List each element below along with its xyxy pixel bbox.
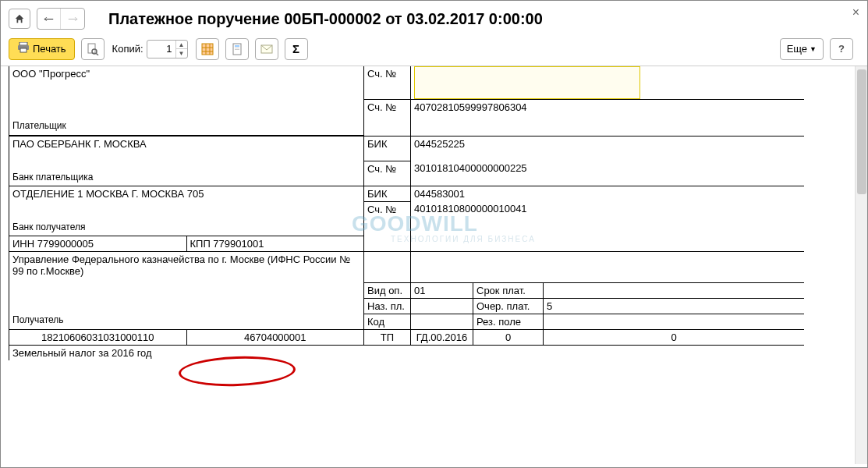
svg-rect-2: [20, 48, 27, 52]
preview-button[interactable]: [81, 38, 105, 60]
bik-label-2: БИК: [364, 186, 411, 201]
payer-bank: ПАО СБЕРБАНК Г. МОСКВА: [12, 138, 360, 150]
bik-label: БИК: [364, 136, 411, 161]
svg-rect-13: [235, 48, 239, 48]
print-label: Печать: [33, 43, 66, 55]
chevron-down-icon: ▼: [810, 45, 817, 53]
payer-bank-label: Банк плательщика: [12, 172, 93, 183]
page-title: Платежное поручение 00БП-000002 от 03.02…: [108, 10, 543, 28]
acc-label-2: Сч. №: [364, 99, 411, 136]
recipient-bank-acc: 40101810800000010041: [411, 201, 805, 251]
vid-op-label: Вид оп.: [364, 282, 411, 298]
close-icon[interactable]: ×: [852, 5, 859, 20]
grid-toggle-button[interactable]: [196, 38, 219, 60]
recipient-bank-label: Банк получателя: [12, 222, 85, 232]
svg-rect-14: [235, 49, 239, 50]
zero2: 0: [544, 329, 805, 345]
copies-stepper[interactable]: ▲ ▼: [147, 40, 188, 58]
recipient-text: Управление Федерального казначейства по …: [12, 254, 356, 277]
acc-label-3: Сч. №: [364, 161, 411, 186]
sigma-icon: Σ: [292, 42, 299, 55]
naz-label: Наз. пл.: [364, 298, 411, 314]
spin-up-icon[interactable]: ▲: [176, 41, 187, 49]
payer-org: ООО "Прогресс": [12, 68, 360, 80]
forward-button[interactable]: 🡒: [61, 9, 84, 29]
tp: ТП: [364, 329, 411, 345]
srok-label: Срок плат.: [473, 282, 544, 298]
copies-label: Копий:: [112, 43, 143, 55]
highlight-region: [414, 66, 640, 99]
acc-label-4: Сч. №: [364, 201, 411, 251]
inn: ИНН 7799000005: [9, 236, 187, 251]
recipient-bik: 044583001: [411, 186, 805, 201]
zero1: 0: [473, 329, 544, 345]
kbk: 18210606031031000110: [9, 329, 187, 345]
payment-document: ООО "Прогресс" Плательщик Сч. № Сч. № 40…: [9, 66, 804, 360]
period: ГД.00.2016: [411, 329, 473, 345]
ocher-label: Очер. плат.: [473, 298, 544, 314]
back-button[interactable]: 🡐: [37, 9, 61, 29]
ocher: 5: [544, 298, 805, 314]
more-label: Еще: [787, 43, 807, 55]
svg-line-5: [96, 53, 98, 55]
print-button[interactable]: Печать: [9, 38, 75, 60]
more-button[interactable]: Еще ▼: [780, 38, 824, 60]
vid-op: 01: [411, 282, 473, 298]
help-button[interactable]: ?: [830, 38, 853, 60]
copies-input[interactable]: [147, 43, 175, 55]
scrollbar-thumb[interactable]: [857, 69, 866, 194]
acc-label: Сч. №: [364, 66, 411, 99]
payer-account: 40702810599997806304: [411, 99, 805, 136]
sum-button[interactable]: Σ: [285, 38, 308, 60]
recipient-bank: ОТДЕЛЕНИЕ 1 МОСКВА Г. МОСКВА 705: [12, 188, 360, 200]
svg-rect-6: [202, 44, 213, 55]
kod-label: Код: [364, 314, 411, 329]
printer-icon: [17, 42, 30, 55]
payer-bik: 044525225: [411, 136, 805, 161]
payer-bank-acc: 30101810400000000225: [411, 161, 805, 186]
payment-purpose: Земельный налог за 2016 год: [9, 345, 805, 360]
okato: 46704000001: [186, 329, 364, 345]
vertical-scrollbar[interactable]: [855, 66, 867, 464]
rez-label: Рез. поле: [473, 314, 544, 329]
payer-label: Плательщик: [12, 120, 66, 131]
send-email-button[interactable]: [255, 38, 278, 60]
svg-rect-0: [19, 42, 27, 45]
recipient-label: Получатель: [12, 314, 64, 325]
svg-rect-12: [235, 45, 239, 47]
page-settings-button[interactable]: [225, 38, 249, 60]
home-button[interactable]: [9, 9, 30, 29]
spin-down-icon[interactable]: ▼: [176, 49, 187, 58]
kpp: КПП 779901001: [186, 236, 364, 251]
